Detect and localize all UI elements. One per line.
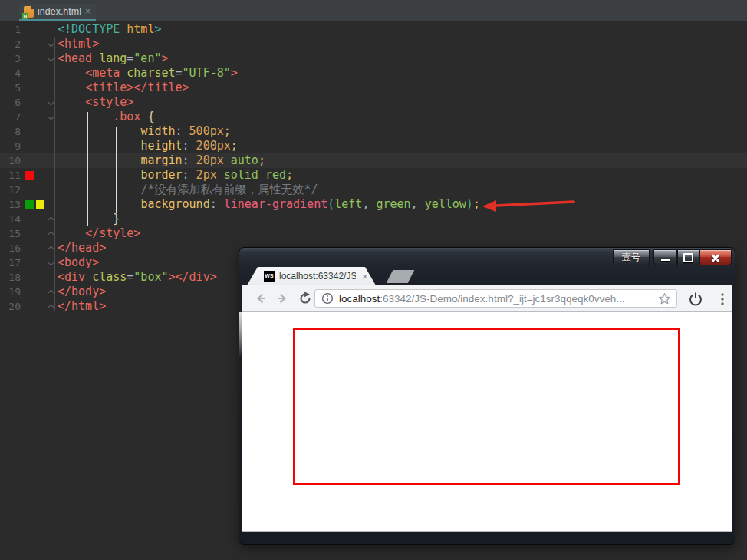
color-preview-chips bbox=[25, 200, 44, 209]
line-number: 11 bbox=[0, 168, 21, 183]
code-text: <style> bbox=[58, 95, 133, 110]
power-extension-icon[interactable] bbox=[688, 292, 703, 307]
code-line[interactable]: 7 .box { bbox=[0, 110, 747, 124]
code-line[interactable]: 10 margin: 20px auto; bbox=[0, 153, 747, 168]
code-text: <div class="box"></div> bbox=[58, 270, 217, 285]
code-text: <meta charset="UTF-8"> bbox=[58, 66, 238, 81]
line-number: 18 bbox=[0, 270, 21, 285]
code-line[interactable]: 3<head lang="en"> bbox=[0, 51, 747, 66]
code-text: /*没有添加私有前缀，属性无效*/ bbox=[58, 183, 318, 197]
code-line[interactable]: 5 <title></title> bbox=[0, 81, 747, 95]
code-text: .box { bbox=[58, 110, 154, 124]
line-number: 15 bbox=[0, 226, 21, 241]
reload-button[interactable] bbox=[298, 291, 313, 306]
browser-tab-close-icon[interactable]: × bbox=[362, 271, 368, 282]
indent-guide bbox=[116, 127, 117, 213]
bookmark-star-icon[interactable] bbox=[658, 292, 671, 305]
fold-marker-icon[interactable] bbox=[48, 305, 55, 312]
code-text: </style> bbox=[58, 226, 140, 241]
account-button[interactable]: 壹号 bbox=[613, 249, 650, 265]
line-number: 7 bbox=[0, 110, 21, 124]
fold-marker-icon[interactable] bbox=[48, 54, 55, 62]
code-line[interactable]: 14 } bbox=[0, 212, 747, 226]
back-button[interactable] bbox=[253, 291, 268, 306]
new-tab-button[interactable] bbox=[387, 270, 415, 283]
code-text: <head lang="en"> bbox=[58, 51, 169, 66]
code-text: </head> bbox=[58, 241, 106, 255]
code-text: <html> bbox=[58, 37, 99, 51]
code-line[interactable]: 2<html> bbox=[0, 37, 747, 51]
code-text: <!DOCTYPE html> bbox=[58, 22, 161, 37]
fold-marker-icon[interactable] bbox=[48, 246, 55, 254]
code-text: } bbox=[58, 212, 120, 226]
line-number: 9 bbox=[0, 139, 21, 153]
fold-marker-icon[interactable] bbox=[48, 113, 55, 120]
minimize-icon bbox=[661, 259, 670, 261]
code-line[interactable]: 4 <meta charset="UTF-8"> bbox=[0, 66, 747, 81]
line-number: 16 bbox=[0, 241, 21, 255]
line-number: 3 bbox=[0, 51, 21, 66]
line-number: 12 bbox=[0, 183, 21, 197]
editor-tab-close-icon[interactable]: × bbox=[85, 7, 90, 16]
code-line[interactable]: 9 height: 200px; bbox=[0, 139, 747, 153]
close-window-button[interactable] bbox=[699, 249, 732, 265]
fold-marker-icon[interactable] bbox=[48, 98, 55, 106]
line-number: 19 bbox=[0, 285, 21, 299]
line-number: 4 bbox=[0, 66, 21, 81]
rendered-box-div bbox=[293, 328, 680, 485]
minimize-button[interactable] bbox=[653, 249, 677, 265]
browser-tab-title: localhost:63342/JS-De bbox=[279, 271, 356, 282]
line-number: 5 bbox=[0, 81, 21, 95]
line-number: 8 bbox=[0, 124, 21, 139]
html-file-icon: H bbox=[24, 6, 34, 18]
code-line[interactable]: 12 /*没有添加私有前缀，属性无效*/ bbox=[0, 183, 747, 197]
editor-tab-bar: H index.html × bbox=[0, 0, 747, 21]
editor-tab-title: index.html bbox=[38, 6, 81, 17]
annotation-arrow-icon bbox=[480, 195, 578, 215]
close-icon bbox=[710, 252, 721, 263]
fold-marker-icon[interactable] bbox=[48, 259, 55, 266]
fold-marker-icon[interactable] bbox=[48, 232, 55, 239]
code-text: border: 2px solid red; bbox=[58, 168, 293, 183]
line-number: 13 bbox=[0, 197, 21, 212]
line-number: 14 bbox=[0, 212, 21, 226]
code-text: <title></title> bbox=[58, 81, 189, 95]
browser-window: 壹号 WS localhost:63342/JS-De × localhost: bbox=[239, 248, 735, 544]
line-number: 10 bbox=[0, 153, 21, 168]
code-text: </body> bbox=[58, 285, 106, 299]
fold-marker-icon[interactable] bbox=[48, 290, 55, 298]
url-host: localhost bbox=[339, 293, 380, 305]
code-line[interactable]: 6 <style> bbox=[0, 95, 747, 110]
browser-toolbar: localhost:63342/JS-Demo/index.html?_ijt=… bbox=[242, 285, 732, 312]
line-number: 17 bbox=[0, 255, 21, 270]
code-text: <body> bbox=[58, 255, 99, 270]
code-text: margin: 20px auto; bbox=[58, 153, 265, 168]
code-line[interactable]: 1<!DOCTYPE html> bbox=[0, 22, 747, 37]
url-path: :63342/JS-Demo/index.html?_ijt=jc1sr3qqe… bbox=[380, 293, 624, 305]
url-text[interactable]: localhost:63342/JS-Demo/index.html?_ijt=… bbox=[339, 293, 625, 305]
indent-guide bbox=[87, 112, 88, 226]
editor-tab-index-html[interactable]: H index.html × bbox=[19, 4, 96, 21]
code-line[interactable]: 13 background: linear-gradient(left, gre… bbox=[0, 197, 747, 212]
color-preview-chips bbox=[25, 171, 34, 180]
line-number: 20 bbox=[0, 299, 21, 314]
webstorm-favicon: WS bbox=[264, 271, 275, 282]
code-text: width: 500px; bbox=[58, 124, 231, 139]
fold-guide-line bbox=[54, 37, 55, 311]
screen: { "colors": { "editor_tab_accent": "#4a8… bbox=[0, 0, 747, 560]
code-text: height: 200px; bbox=[58, 139, 238, 153]
browser-viewport bbox=[242, 312, 732, 531]
maximize-button[interactable] bbox=[677, 249, 699, 265]
code-line[interactable]: 8 width: 500px; bbox=[0, 124, 747, 139]
code-line[interactable]: 11 border: 2px solid red; bbox=[0, 168, 747, 183]
line-number: 6 bbox=[0, 95, 21, 110]
browser-tab[interactable]: WS localhost:63342/JS-De × bbox=[247, 267, 376, 285]
code-text: </html> bbox=[58, 299, 106, 314]
code-line[interactable]: 15 </style> bbox=[0, 226, 747, 241]
fold-marker-icon[interactable] bbox=[48, 217, 55, 225]
info-circle-icon[interactable] bbox=[321, 292, 334, 305]
address-bar[interactable]: localhost:63342/JS-Demo/index.html?_ijt=… bbox=[314, 289, 677, 308]
fold-marker-icon[interactable] bbox=[48, 40, 55, 48]
menu-dots-icon[interactable] bbox=[715, 292, 730, 307]
forward-button[interactable] bbox=[275, 291, 290, 306]
